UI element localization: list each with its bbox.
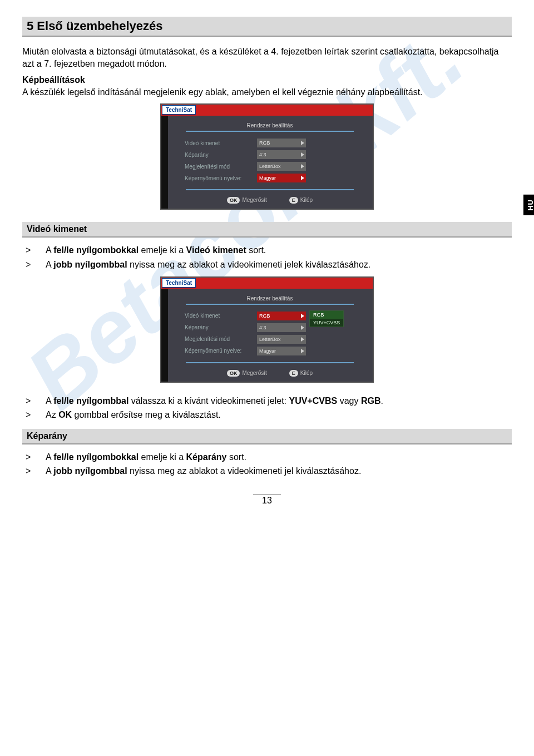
osd-popup-option: RGB [310,311,343,319]
osd-row-label: Képarány [169,152,257,158]
osd-title: Rendszer beállítás [169,122,370,129]
osd-popup-option: YUV+CVBS [310,319,343,327]
bullet-marker: > [22,259,46,271]
osd-row-label: Megjelenítési mód [169,336,257,342]
osd-screenshot-2: TechniSat Rendszer beállítás Videó kimen… [160,276,374,383]
kepbeallitasok-label: Képbeállítások [22,75,85,85]
osd-ok-label: Megerősít [242,197,266,203]
osd-e-pill: E [289,370,298,377]
list-item: > A fel/le nyílgombbal válassza ki a kív… [22,395,512,407]
osd-field-aspect: 4:3 [257,150,306,159]
osd-title: Rendszer beállítás [169,295,370,302]
osd-row-label: Megjelenítési mód [169,164,257,170]
section-keparany: Képarány [22,429,512,444]
osd-e-pill: E [289,197,298,204]
list-item: > Az OK gombbal erősítse meg a kiválaszt… [22,409,512,421]
page-number-block: 13 [22,494,512,506]
osd-field-disp: LetterBox [257,162,306,171]
osd-e-label: Kilép [300,370,313,376]
bullet-marker: > [22,409,46,421]
osd-field-video: RGB [257,312,306,320]
kepbeallitasok-block: Képbeállítások A készülék legelső indítá… [22,74,512,98]
osd-field-aspect: 4:3 [257,323,306,332]
osd-field-lang: Magyar [257,174,306,182]
osd-popup: RGB YUV+CVBS [309,310,344,327]
osd-row-label: Képarány [169,324,257,330]
osd-field-disp: LetterBox [257,335,306,344]
section-video-kimenet: Videó kimenet [22,222,512,238]
list-item: > A fel/le nyílgombokkal emelje ki a Kép… [22,451,512,463]
osd-ok-pill: OK [227,197,240,204]
language-tab: HU [523,195,534,215]
list-item: > A jobb nyílgombbal nyissa meg az ablak… [22,259,512,271]
chapter-heading: 5 Első üzembehelyezés [22,17,512,37]
osd-row-label: Videó kimenet [169,140,257,146]
page-number: 13 [262,496,272,505]
osd-field-lang: Magyar [257,347,306,355]
osd-row-label: Képernyőmenü nyelve: [169,348,257,354]
list-item: > A fel/le nyílgombokkal emelje ki a Vid… [22,244,512,256]
intro-paragraph: Miután elolvasta a biztonsági útmutatáso… [22,46,512,70]
osd-field-video: RGB [257,139,306,147]
osd-brand: TechniSat [162,105,196,115]
bullet-marker: > [22,451,46,463]
intro-text-2: A készülék legelső indításánál megjeleni… [22,87,423,97]
osd-row-label: Videó kimenet [169,313,257,319]
osd-screenshot-1: TechniSat Rendszer beállítás Videó kimen… [160,103,374,210]
osd-brand: TechniSat [162,278,196,288]
osd-e-label: Kilép [300,197,313,203]
bullet-marker: > [22,465,46,477]
intro-text-1: Miután elolvasta a biztonsági útmutatáso… [22,47,498,68]
list-item: > A jobb nyílgombbal nyissa meg az ablak… [22,465,512,477]
osd-ok-label: Megerősít [242,370,266,376]
osd-ok-pill: OK [227,370,240,377]
bullet-marker: > [22,244,46,256]
osd-row-label: Képernyőmenü nyelve: [169,175,257,181]
bullet-marker: > [22,395,46,407]
